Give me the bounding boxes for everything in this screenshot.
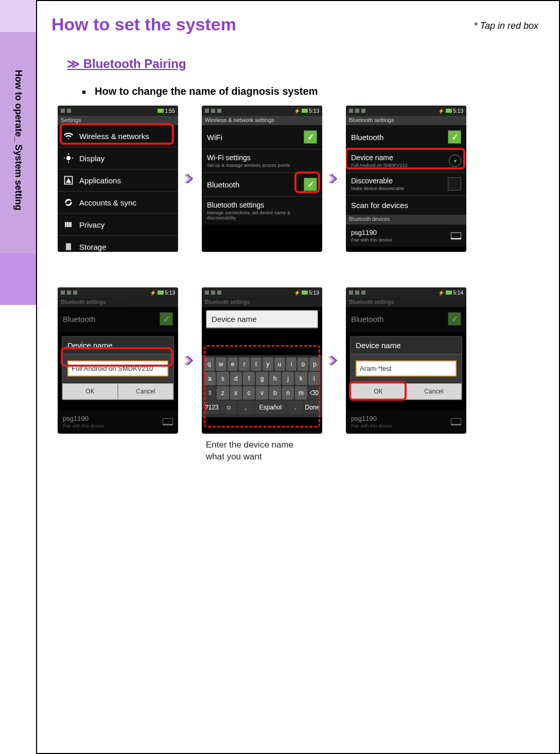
screen-header: Bluetooth settings bbox=[58, 298, 178, 307]
keyboard-key[interactable]: x bbox=[230, 386, 242, 400]
dialog-title: Device name bbox=[206, 311, 318, 328]
ok-button[interactable]: OK bbox=[62, 383, 118, 400]
device-name: psg1190 bbox=[351, 229, 392, 236]
screen-header: Bluetooth settings bbox=[202, 298, 322, 307]
keyboard-key[interactable]: Español bbox=[255, 401, 287, 414]
keyboard-key[interactable]: , bbox=[238, 401, 254, 414]
dialog-device-name: Device name bbox=[206, 310, 318, 329]
laptop-icon bbox=[451, 232, 461, 239]
keyboard-key[interactable]: . bbox=[287, 401, 303, 414]
sidebar-accent-bottom bbox=[0, 253, 36, 305]
row-label: Bluetooth settings bbox=[207, 201, 264, 209]
bullet-icon bbox=[82, 91, 85, 94]
row-label: Wi-Fi settings bbox=[207, 153, 251, 162]
status-bar: ⚡ 5:13 bbox=[346, 106, 466, 116]
row-discoverable[interactable]: Discoverable Make device discoverable bbox=[346, 173, 466, 196]
keyboard-key[interactable]: w bbox=[216, 357, 226, 371]
time-label: 5:13 bbox=[453, 108, 463, 114]
cancel-button[interactable]: Cancel bbox=[406, 383, 462, 400]
row-subtext: Set up & manage wireless access points bbox=[207, 163, 290, 168]
screenshot-settings: 1:55 Settings Wireless & networks Displa… bbox=[58, 106, 178, 252]
settings-row-privacy[interactable]: Privacy bbox=[58, 214, 178, 236]
row-device-name[interactable]: Device name Full Android on SMDKV210 ▾ bbox=[346, 149, 466, 173]
svg-rect-10 bbox=[70, 222, 72, 227]
settings-row-wireless[interactable]: Wireless & networks bbox=[58, 125, 178, 147]
ok-button[interactable]: OK bbox=[351, 383, 406, 400]
keyboard[interactable]: qwertyuiop asdfghjkl ⇧zxcvbnm⌫ ?123☺,Esp… bbox=[202, 355, 322, 417]
keyboard-key[interactable]: ?123 bbox=[204, 401, 220, 414]
keyboard-key[interactable]: u bbox=[274, 357, 285, 371]
keyboard-key[interactable]: a bbox=[204, 372, 216, 385]
checkbox-on-icon[interactable] bbox=[304, 178, 317, 191]
row-label: Privacy bbox=[79, 220, 104, 229]
row-bluetooth-settings[interactable]: Bluetooth settings Manage connections, s… bbox=[202, 197, 322, 225]
keyboard-key[interactable]: q bbox=[204, 357, 215, 371]
row-wifi-settings[interactable]: Wi-Fi settings Set up & manage wireless … bbox=[202, 149, 322, 173]
checkbox-on-icon[interactable] bbox=[304, 130, 317, 144]
device-name-input[interactable] bbox=[67, 361, 168, 376]
keyboard-key[interactable]: f bbox=[243, 372, 255, 385]
settings-row-accounts[interactable]: Accounts & sync bbox=[58, 192, 178, 214]
laptop-icon bbox=[163, 418, 173, 425]
keyboard-key[interactable]: Done bbox=[304, 401, 320, 414]
svg-rect-8 bbox=[67, 222, 68, 227]
row-label: Scan for devices bbox=[351, 201, 408, 210]
checkbox-on-icon bbox=[448, 312, 461, 325]
battery-icon bbox=[157, 109, 164, 113]
device-name: psg1190 bbox=[351, 415, 392, 422]
keyboard-key[interactable]: m bbox=[295, 386, 307, 400]
keyboard-key[interactable]: n bbox=[282, 386, 294, 400]
keyboard-key[interactable]: h bbox=[269, 372, 281, 385]
screen-header: Bluetooth settings bbox=[346, 116, 466, 125]
step-title: How to change the name of diagnosis syst… bbox=[95, 85, 318, 97]
row-wifi[interactable]: WiFi bbox=[202, 125, 322, 149]
keyboard-key[interactable]: g bbox=[256, 372, 268, 385]
device-name-input[interactable] bbox=[356, 361, 457, 376]
checkbox-on-icon[interactable] bbox=[448, 130, 461, 144]
battery-icon bbox=[157, 290, 164, 295]
status-bar: ⚡ 5:13 bbox=[202, 106, 322, 116]
row-label: Wireless & networks bbox=[79, 132, 149, 141]
keyboard-key[interactable]: s bbox=[217, 372, 229, 385]
caption: Enter the device name what you want bbox=[206, 439, 293, 463]
keyboard-key[interactable]: b bbox=[269, 386, 281, 400]
battery-icon bbox=[446, 290, 452, 295]
cancel-button[interactable]: Cancel bbox=[118, 383, 173, 400]
keyboard-key[interactable]: ☺ bbox=[221, 401, 237, 414]
row-bluetooth[interactable]: Bluetooth bbox=[346, 125, 466, 149]
keyboard-key[interactable]: i bbox=[286, 357, 297, 371]
settings-row-storage[interactable]: Storage bbox=[58, 236, 178, 252]
keyboard-key[interactable]: k bbox=[295, 372, 307, 385]
keyboard-key[interactable]: e bbox=[227, 357, 238, 371]
keyboard-key[interactable]: y bbox=[262, 357, 273, 371]
status-bar: ⚡ 5:13 bbox=[58, 287, 178, 298]
sidebar-tab: How to operate_ System setting bbox=[0, 32, 36, 253]
keyboard-key[interactable]: l bbox=[308, 372, 320, 385]
keyboard-key[interactable]: z bbox=[217, 386, 229, 400]
row-scan[interactable]: Scan for devices bbox=[346, 196, 466, 215]
checkbox-off-icon[interactable] bbox=[448, 177, 461, 191]
keyboard-key[interactable]: r bbox=[239, 357, 250, 371]
keyboard-key[interactable]: d bbox=[230, 372, 242, 385]
keyboard-key[interactable]: t bbox=[251, 357, 261, 371]
row-bluetooth: Bluetooth bbox=[58, 307, 178, 331]
privacy-icon bbox=[63, 219, 74, 230]
battery-icon bbox=[302, 109, 308, 113]
keyboard-key[interactable]: j bbox=[282, 372, 294, 385]
kb-row-3: ⇧zxcvbnm⌫ bbox=[204, 386, 320, 400]
keyboard-key[interactable]: v bbox=[256, 386, 268, 400]
keyboard-key[interactable]: ⇧ bbox=[204, 386, 216, 400]
keyboard-key[interactable]: ⌫ bbox=[308, 386, 320, 400]
row-label: Accounts & sync bbox=[79, 198, 136, 207]
time-label: 5:13 bbox=[309, 108, 319, 114]
device-name: psg1190 bbox=[63, 415, 104, 422]
keyboard-key[interactable]: o bbox=[297, 357, 308, 371]
settings-row-display[interactable]: Display bbox=[58, 147, 178, 169]
status-bar: ⚡ 5:13 bbox=[202, 287, 322, 298]
row-bluetooth[interactable]: Bluetooth bbox=[202, 173, 322, 197]
keyboard-key[interactable]: c bbox=[243, 386, 255, 400]
kb-row-4: ?123☺,Español.Done bbox=[204, 401, 320, 414]
settings-row-apps[interactable]: Applications bbox=[58, 169, 178, 192]
keyboard-key[interactable]: p bbox=[309, 357, 320, 371]
device-row[interactable]: psg1190 Pair with this device bbox=[346, 225, 466, 247]
